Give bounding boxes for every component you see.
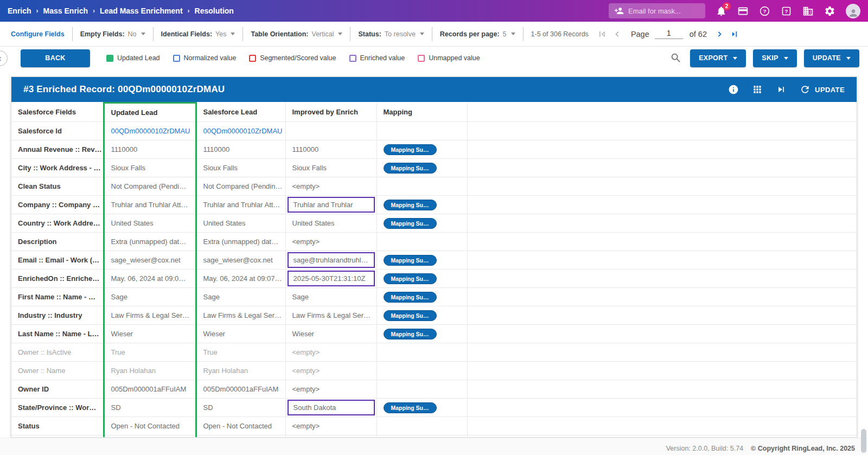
breadcrumb-mass-enrich[interactable]: Mass Enrich: [43, 7, 88, 15]
previous-page-button[interactable]: [611, 28, 623, 40]
salesforce-lead-cell[interactable]: Ryan Holahan: [196, 362, 285, 380]
search-icon[interactable]: [669, 51, 683, 65]
updated-lead-cell[interactable]: SD: [104, 399, 196, 417]
mapping-status-badge[interactable]: Mapping Su…: [384, 144, 437, 155]
table-orientation-filter[interactable]: Table Orientation: Vertical: [243, 27, 350, 41]
mapping-status-badge[interactable]: Mapping Su…: [384, 329, 437, 339]
updated-lead-cell[interactable]: Law Firms & Legal Ser…: [104, 306, 196, 325]
mapping-status-badge[interactable]: Mapping Su…: [384, 402, 437, 413]
scrollbar[interactable]: [861, 429, 866, 453]
updated-lead-cell[interactable]: Extra (unmapped) dat…: [104, 233, 196, 251]
salesforce-lead-cell[interactable]: Open - Not Contacted: [196, 417, 285, 435]
improved-by-enrich-cell[interactable]: <empty>: [285, 362, 376, 380]
salesforce-lead-cell[interactable]: 1110000: [196, 140, 285, 159]
mapping-status-badge[interactable]: Mapping Su…: [384, 218, 437, 229]
notifications-bell-icon[interactable]: 2: [716, 5, 727, 17]
help-square-icon[interactable]: ?: [781, 5, 792, 17]
salesforce-lead-cell[interactable]: True: [196, 343, 285, 362]
improved-by-enrich-cell[interactable]: Law Firms & Legal Ser…: [285, 306, 376, 325]
improved-by-enrich-cell[interactable]: <empty>: [285, 177, 376, 196]
mapping-status-badge[interactable]: Mapping Su…: [384, 255, 437, 266]
email-mask-field[interactable]: [609, 3, 705, 18]
salesforce-lead-cell[interactable]: Extra (unmapped) dat…: [196, 233, 285, 251]
mapping-status-badge[interactable]: Mapping Su…: [384, 292, 437, 303]
first-page-button[interactable]: [596, 28, 608, 40]
salesforce-lead-cell[interactable]: Law Firms & Legal Ser…: [196, 306, 285, 325]
updated-lead-cell[interactable]: 1110000: [104, 140, 196, 159]
email-mask-input[interactable]: [628, 7, 698, 15]
mapping-status-badge[interactable]: Mapping Su…: [384, 273, 437, 284]
salesforce-lead-cell[interactable]: SD: [196, 399, 285, 417]
improved-by-enrich-cell[interactable]: <empty>: [285, 233, 376, 251]
collapse-panel-button[interactable]: ‹: [0, 50, 8, 66]
page-number-input[interactable]: [655, 29, 683, 39]
updated-lead-cell[interactable]: Open - Not Contacted: [104, 417, 196, 435]
status-filter[interactable]: Status: To resolve: [350, 27, 432, 41]
table-row: Clean Status Not Compared (Pendi… Not Co…: [11, 177, 857, 196]
info-icon[interactable]: [728, 84, 739, 95]
improved-by-enrich-cell[interactable]: Sage: [285, 288, 376, 306]
salesforce-lead-cell[interactable]: 00QDm0000010ZrDMAU: [196, 122, 285, 140]
breadcrumb-lead-mass-enrichment[interactable]: Lead Mass Enrichment: [100, 7, 183, 15]
settings-gear-icon[interactable]: [824, 5, 835, 17]
updated-lead-cell[interactable]: Truhlar and Truhlar Att…: [104, 196, 196, 214]
company-building-icon[interactable]: [802, 5, 814, 17]
user-avatar[interactable]: [846, 4, 860, 18]
improved-by-enrich-cell[interactable]: United States: [285, 214, 376, 233]
updated-lead-cell[interactable]: Sioux Falls: [104, 159, 196, 177]
updated-lead-cell[interactable]: True: [104, 343, 196, 362]
empty-fields-filter[interactable]: Empty Fields: No: [73, 27, 154, 41]
field-name-cell: Clean Status: [11, 177, 104, 196]
salesforce-lead-cell[interactable]: Wieser: [196, 325, 285, 343]
billing-card-icon[interactable]: [737, 5, 749, 17]
export-button[interactable]: EXPORT: [690, 49, 746, 67]
back-button[interactable]: BACK: [21, 49, 90, 67]
improved-by-enrich-cell[interactable]: Wieser: [285, 325, 376, 343]
salesforce-lead-cell[interactable]: Truhlar and Truhlar Att…: [196, 196, 285, 214]
salesforce-lead-cell[interactable]: Sioux Falls: [196, 159, 285, 177]
salesforce-lead-cell[interactable]: 005Dm000001aFFuIAM: [196, 380, 285, 399]
field-name-cell: Country :: Work Addre…: [11, 214, 104, 233]
updated-lead-cell[interactable]: 00QDm0000010ZrDMAU: [104, 122, 196, 140]
skip-record-icon[interactable]: [776, 84, 787, 95]
salesforce-lead-cell[interactable]: Sage: [196, 288, 285, 306]
mapping-cell: Mapping Su…: [376, 288, 467, 306]
improved-by-enrich-cell[interactable]: <empty>: [285, 343, 376, 362]
breadcrumb-resolution[interactable]: Resolution: [195, 7, 234, 15]
improved-by-enrich-cell[interactable]: Sioux Falls: [285, 159, 376, 177]
salesforce-lead-cell[interactable]: May. 06, 2024 at 09:07…: [196, 270, 285, 288]
update-button[interactable]: UPDATE: [804, 49, 859, 67]
improved-by-enrich-cell[interactable]: [285, 122, 376, 140]
configure-fields-link[interactable]: Configure Fields: [11, 30, 65, 38]
updated-lead-cell[interactable]: United States: [104, 214, 196, 233]
identical-fields-filter[interactable]: Identical Fields: Yes: [154, 27, 244, 41]
last-page-button[interactable]: [729, 28, 741, 40]
help-circle-icon[interactable]: ?: [759, 5, 770, 17]
updated-lead-cell[interactable]: Not Compared (Pendi…: [104, 177, 196, 196]
mapping-status-badge[interactable]: Mapping Su…: [384, 200, 437, 210]
improved-by-enrich-cell[interactable]: South Dakota: [285, 399, 376, 417]
updated-lead-cell[interactable]: Wieser: [104, 325, 196, 343]
updated-lead-cell[interactable]: 005Dm000001aFFuIAM: [104, 380, 196, 399]
salesforce-lead-cell[interactable]: United States: [196, 214, 285, 233]
skip-button[interactable]: SKIP: [753, 49, 796, 67]
updated-lead-cell[interactable]: Sage: [104, 288, 196, 306]
updated-lead-cell[interactable]: sage_wieser@cox.net: [104, 251, 196, 270]
updated-lead-cell[interactable]: Ryan Holahan: [104, 362, 196, 380]
grid-view-icon[interactable]: [752, 84, 763, 95]
mapping-status-badge[interactable]: Mapping Su…: [384, 310, 437, 321]
improved-by-enrich-cell[interactable]: <empty>: [285, 380, 376, 399]
next-page-button[interactable]: [713, 28, 725, 40]
updated-lead-cell[interactable]: May. 06, 2024 at 09:0…: [104, 270, 196, 288]
improved-by-enrich-cell[interactable]: 2025-05-30T21:31:10Z: [285, 270, 376, 288]
salesforce-lead-cell[interactable]: Not Compared (Pendin…: [196, 177, 285, 196]
improved-by-enrich-cell[interactable]: <empty>: [285, 417, 376, 435]
mapping-status-badge[interactable]: Mapping Su…: [384, 163, 437, 174]
improved-by-enrich-cell[interactable]: 1110000: [285, 140, 376, 159]
salesforce-lead-cell[interactable]: sage_wieser@cox.net: [196, 251, 285, 270]
records-per-page-filter[interactable]: Records per page: 5: [432, 27, 524, 41]
improved-by-enrich-cell[interactable]: Truhlar and Truhlar: [285, 196, 376, 214]
breadcrumb-enrich[interactable]: Enrich: [8, 7, 31, 15]
improved-by-enrich-cell[interactable]: sage@truhlarandtruhl…: [285, 251, 376, 270]
update-record-button[interactable]: UPDATE: [800, 84, 845, 95]
